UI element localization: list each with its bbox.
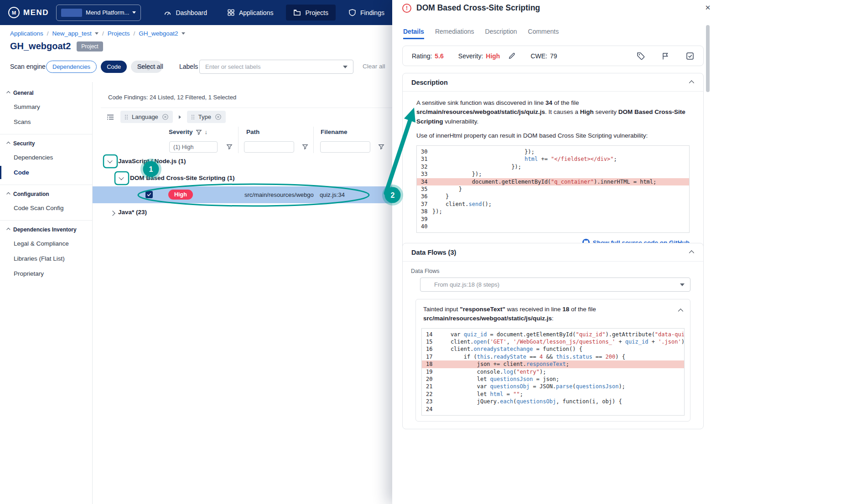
finding-row-selected[interactable]: High src/main/resources/webgoa quiz.js:3… [93, 186, 392, 203]
collapse-icon[interactable] [676, 305, 684, 324]
nav-item-findings[interactable]: Findings [341, 5, 392, 21]
sidebar-section-dependencies-inventory: Dependencies InventoryLegal & Compliance… [0, 221, 92, 286]
breadcrumb-link-new-app-test[interactable]: New_app_test [52, 30, 92, 37]
severity-filter-input[interactable]: (1) High [169, 141, 218, 153]
breadcrumb-link-projects[interactable]: Projects [108, 30, 130, 37]
check-square-icon[interactable] [686, 52, 694, 60]
path-filter-input[interactable] [244, 141, 294, 153]
breadcrumb-link-applications[interactable]: Applications [10, 30, 43, 37]
code-text: let html = ""; [437, 391, 684, 398]
mend-logo: M MEND [8, 7, 49, 18]
column-header-filename[interactable]: Filename [321, 129, 348, 135]
data-flow-select[interactable]: From quiz.js:18 (8 steps) [420, 278, 690, 292]
line-number: 40 [417, 223, 432, 230]
chevron-down-icon[interactable] [343, 66, 348, 68]
column-separator [313, 127, 314, 153]
sidebar-section-header-security[interactable]: Security [0, 136, 92, 150]
sidebar-item-dependencies[interactable]: Dependencies [0, 150, 92, 165]
sidebar-item-proprietary[interactable]: Proprietary [0, 266, 92, 281]
nav-item-dashboard[interactable]: Dashboard [156, 5, 214, 21]
clear-all-button[interactable]: Clear all [363, 63, 385, 70]
description-paragraph: Use of innerHtml property can result in … [416, 131, 690, 140]
sidebar-item-code[interactable]: Code [0, 165, 92, 180]
tab-comments[interactable]: Comments [528, 28, 559, 39]
code-line: 17 if (this.readyState == 4 && this.stat… [422, 353, 684, 360]
close-icon[interactable]: ✕ [703, 4, 712, 13]
column-header-severity[interactable]: Severity ↓ [169, 129, 208, 135]
drag-grip-icon [191, 114, 195, 120]
filename-filter-input[interactable] [320, 141, 370, 153]
sidebar-item-legal-compliance[interactable]: Legal & Compliance [0, 236, 92, 251]
remove-chip-icon[interactable] [215, 113, 222, 120]
sidebar-item-summary[interactable]: Summary [0, 99, 92, 114]
nav-item-projects[interactable]: Projects [286, 5, 336, 21]
filter-icon[interactable] [196, 129, 202, 135]
group-row-java[interactable]: Java* (23) [118, 209, 147, 216]
sidebar-section-header-dependencies-inventory[interactable]: Dependencies Inventory [0, 222, 92, 236]
code-text: var questionsObj = JSON.parse(questionsJ… [437, 383, 684, 390]
expand-toggle-java-group[interactable] [106, 207, 119, 219]
column-separator [238, 127, 239, 153]
edit-severity-icon[interactable] [508, 52, 516, 60]
chevron-down-icon [132, 11, 136, 14]
column-header-path[interactable]: Path [246, 129, 259, 135]
chevron-down-icon[interactable] [182, 32, 185, 35]
sidebar-section-header-configuration[interactable]: Configuration [0, 187, 92, 201]
title-row: GH_webgoat2 Project [10, 41, 103, 51]
finding-filename: quiz.js:34 [320, 191, 345, 198]
tab-description[interactable]: Description [485, 28, 517, 39]
select-all-button[interactable]: Select all [137, 63, 163, 70]
drawer-scrollbar[interactable] [706, 25, 710, 92]
sidebar-item-libraries-flat-list[interactable]: Libraries (Flat List) [0, 251, 92, 266]
labels-input[interactable]: Enter or select labels [199, 60, 353, 74]
line-number: 30 [417, 148, 432, 155]
project-badge: Project [77, 41, 103, 51]
filter-icon[interactable] [302, 144, 308, 150]
nav-item-applications[interactable]: Applications [220, 5, 281, 21]
code-text [437, 406, 684, 413]
group-row-vulnerability-type[interactable]: DOM Based Cross-Site Scripting (1) [130, 175, 235, 181]
table-divider [101, 108, 392, 108]
filter-icon[interactable] [226, 144, 233, 150]
group-chip-type[interactable]: Type [187, 111, 226, 123]
engine-pill-dependencies[interactable]: Dependencies [46, 61, 97, 73]
collapse-icon[interactable] [687, 77, 695, 88]
flag-icon[interactable] [661, 52, 669, 60]
data-flow-step-header: Tainted input "responseText" was receive… [416, 299, 690, 327]
remove-chip-icon[interactable] [162, 113, 169, 120]
org-selector-label: Mend Platform... [86, 9, 129, 16]
sidebar-section-header-general[interactable]: General [0, 86, 92, 99]
rating-label: Rating: [412, 52, 432, 60]
sidebar-item-scans[interactable]: Scans [0, 114, 92, 129]
rating-value: 5.6 [435, 52, 443, 60]
sort-desc-icon[interactable]: ↓ [205, 129, 208, 135]
breadcrumb-link-gh-webgoat2[interactable]: GH_webgoat2 [139, 30, 178, 37]
sidebar-item-code-scan-config[interactable]: Code Scan Config [0, 201, 92, 216]
row-checkbox[interactable] [145, 191, 153, 198]
org-selector-dropdown[interactable]: Mend Platform... [56, 5, 141, 21]
expand-toggle-type-group[interactable] [115, 172, 128, 184]
tab-remediations[interactable]: Remediations [435, 28, 474, 39]
line-number: 33 [417, 170, 432, 178]
chevron-up-icon [6, 192, 10, 196]
data-flow-step-text: Tainted input "responseText" was receive… [423, 305, 669, 324]
line-number: 39 [417, 216, 432, 223]
group-chip-language[interactable]: Language [120, 111, 173, 123]
chevron-down-icon[interactable] [95, 32, 99, 35]
collapse-icon[interactable] [687, 247, 695, 258]
description-body: A sensitive sink function was discovered… [403, 92, 703, 252]
group-row-language[interactable]: JavaScript / Node.js (1) [118, 158, 186, 165]
sidebar-section-title: Security [13, 140, 35, 147]
finding-path: src/main/resources/webgoa [244, 191, 314, 198]
line-number: 14 [422, 331, 437, 338]
line-number: 20 [422, 375, 437, 383]
data-flows-card-header: Data Flows (3) [403, 243, 703, 262]
group-by-icon[interactable] [106, 113, 114, 121]
expand-toggle-language-group[interactable] [104, 155, 116, 167]
tag-icon[interactable] [637, 52, 645, 60]
tab-details[interactable]: Details [403, 28, 424, 39]
filter-icon[interactable] [378, 144, 384, 150]
description-card: Description A sensitive sink function wa… [402, 73, 704, 253]
engine-pill-code[interactable]: Code [101, 61, 127, 73]
code-text: html += "</fieldset></div>"; [432, 155, 689, 163]
